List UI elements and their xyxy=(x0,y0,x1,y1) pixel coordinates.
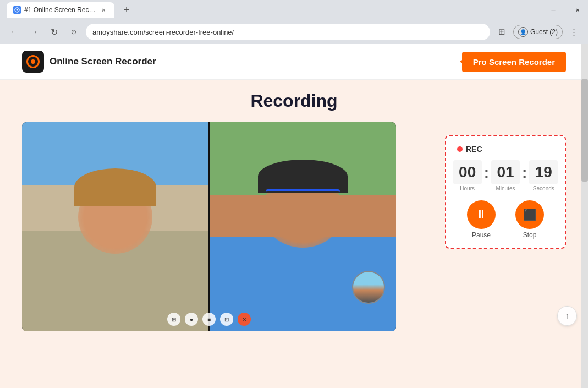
hours-unit: Hours xyxy=(460,185,475,192)
video-thumbnail xyxy=(352,271,385,304)
refresh-button[interactable]: ↻ xyxy=(46,24,62,40)
colon-2: : xyxy=(522,164,527,188)
hours-segment: 00 Hours xyxy=(453,160,482,192)
recording-control-panel: REC 00 Hours : 01 Minutes : 19 Seconds xyxy=(445,135,566,249)
minutes-unit: Minutes xyxy=(496,185,515,192)
video-ctrl-camera[interactable]: ● xyxy=(185,313,198,326)
pause-area: ⏸ Pause xyxy=(467,200,496,239)
hours-value: 00 xyxy=(453,160,482,184)
stop-label: Stop xyxy=(523,231,537,239)
sidebar-button[interactable]: ⊞ xyxy=(494,24,510,40)
back-button[interactable]: ← xyxy=(7,24,22,40)
scrollbar-thumb[interactable] xyxy=(581,79,588,182)
minutes-value: 01 xyxy=(491,160,520,184)
video-ctrl-rec[interactable]: ⊡ xyxy=(220,313,233,326)
video-frames xyxy=(22,122,396,331)
thumbnail-person xyxy=(353,272,384,303)
logo-icon-inner xyxy=(26,55,40,68)
stop-area: ⬛ Stop xyxy=(515,200,544,239)
new-tab-button[interactable]: + xyxy=(119,2,134,18)
minutes-segment: 01 Minutes xyxy=(491,160,520,192)
time-display: 00 Hours : 01 Minutes : 19 Seconds xyxy=(457,160,554,192)
rec-header: REC xyxy=(457,145,554,154)
home-button[interactable]: ⊙ xyxy=(66,24,81,40)
rec-dot xyxy=(457,146,463,152)
title-bar-left: #1 Online Screen Record... ✕ + xyxy=(7,2,134,18)
pro-screen-recorder-button[interactable]: Pro Screen Recorder xyxy=(462,52,566,72)
video-ctrl-stop[interactable]: ■ xyxy=(202,313,216,326)
video-container: ⊞ ● ■ ⊡ ✕ xyxy=(22,122,396,331)
toolbar-icons: ⊞ 👤 Guest (2) ⋮ xyxy=(494,24,581,40)
video-ctrl-close[interactable]: ✕ xyxy=(238,313,251,326)
browser-chrome: #1 Online Screen Record... ✕ + ─ □ ✕ ← →… xyxy=(0,0,588,44)
logo-dot xyxy=(31,59,35,64)
minimize-button[interactable]: ─ xyxy=(549,6,557,14)
browser-tab[interactable]: #1 Online Screen Record... ✕ xyxy=(7,2,114,18)
close-button[interactable]: ✕ xyxy=(574,6,581,14)
pause-label: Pause xyxy=(472,231,491,239)
tab-close-button[interactable]: ✕ xyxy=(99,6,108,14)
tab-favicon xyxy=(13,6,21,14)
scroll-up-button[interactable]: ↑ xyxy=(557,306,577,326)
pause-icon: ⏸ xyxy=(475,207,487,222)
logo-area: Online Screen Recorder xyxy=(22,51,156,73)
seconds-value: 19 xyxy=(529,160,558,184)
rec-label: REC xyxy=(466,145,482,154)
seconds-unit: Seconds xyxy=(533,185,554,192)
title-bar: #1 Online Screen Record... ✕ + ─ □ ✕ xyxy=(0,0,588,20)
video-ctrl-screen[interactable]: ⊞ xyxy=(167,313,180,326)
seconds-segment: 19 Seconds xyxy=(529,160,558,192)
pause-button[interactable]: ⏸ xyxy=(467,200,496,229)
tab-title: #1 Online Screen Record... xyxy=(24,6,96,14)
menu-button[interactable]: ⋮ xyxy=(566,24,581,40)
page-content: Online Screen Recorder Pro Screen Record… xyxy=(0,44,588,388)
address-bar: ← → ↻ ⊙ ⊞ 👤 Guest (2) ⋮ xyxy=(0,20,588,44)
window-controls: ─ □ ✕ xyxy=(549,6,581,14)
stop-button[interactable]: ⬛ xyxy=(515,200,544,229)
forward-button[interactable]: → xyxy=(26,24,42,40)
profile-icon: 👤 xyxy=(518,27,528,37)
svg-point-1 xyxy=(17,9,18,11)
top-nav: Online Screen Recorder Pro Screen Record… xyxy=(0,44,588,80)
site-name: Online Screen Recorder xyxy=(50,56,156,67)
page-title: Recording xyxy=(22,91,566,111)
address-input[interactable] xyxy=(86,24,490,40)
video-bottom-bar: ⊞ ● ■ ⊡ ✕ xyxy=(167,313,251,326)
video-frame-left xyxy=(22,122,208,331)
maximize-button[interactable]: □ xyxy=(562,6,569,14)
main-content: Recording xyxy=(0,80,588,342)
profile-label: Guest (2) xyxy=(530,28,558,36)
logo-icon xyxy=(22,51,44,73)
scrollbar[interactable] xyxy=(581,44,588,388)
stop-icon: ⬛ xyxy=(523,208,537,221)
profile-button[interactable]: 👤 Guest (2) xyxy=(513,25,563,39)
control-buttons: ⏸ Pause ⬛ Stop xyxy=(457,200,554,239)
colon-1: : xyxy=(484,164,489,188)
